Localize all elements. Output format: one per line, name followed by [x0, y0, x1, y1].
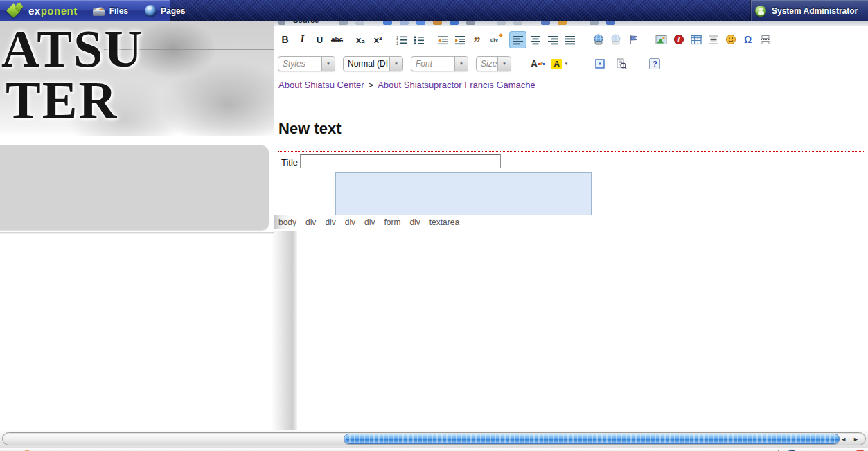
- bulleted-list-button[interactable]: [410, 31, 427, 48]
- elements-path-item[interactable]: form: [384, 218, 400, 227]
- exponent-diamond-icon: [7, 3, 24, 19]
- pages-menu-button[interactable]: Pages: [136, 0, 193, 21]
- copy-icon[interactable]: [400, 21, 409, 25]
- page-break-button[interactable]: [756, 31, 774, 48]
- chevron-down-icon[interactable]: ▼: [321, 57, 335, 71]
- user-avatar-icon: [755, 6, 766, 17]
- styles-dropdown[interactable]: Styles ▼: [278, 56, 335, 71]
- redo-icon[interactable]: [513, 21, 522, 25]
- elements-path-item[interactable]: div: [364, 218, 375, 227]
- superscript-button[interactable]: x²: [369, 31, 387, 48]
- exponent-logo[interactable]: exponent: [0, 0, 85, 21]
- about-help-button[interactable]: ?: [649, 58, 660, 69]
- find-icon[interactable]: [541, 21, 550, 25]
- align-left-button[interactable]: [509, 31, 526, 48]
- elements-path-item[interactable]: textarea: [429, 218, 459, 227]
- smiley-button[interactable]: [722, 31, 739, 48]
- indent-button[interactable]: [451, 31, 468, 48]
- numbered-list-icon: 123: [396, 35, 407, 45]
- underline-icon: U: [317, 35, 323, 45]
- select-all-icon[interactable]: [590, 21, 599, 25]
- scroll-left-arrow[interactable]: ◄: [840, 436, 847, 443]
- format-dropdown-value: Normal (DI: [344, 57, 389, 71]
- breadcrumb: About Shiatsu Center>About Shiatsupracto…: [278, 80, 535, 90]
- blockquote-button[interactable]: ”: [468, 31, 486, 48]
- panel-edge-shadow: [272, 231, 297, 431]
- align-right-button[interactable]: [544, 31, 561, 48]
- toolbar-brand-area: exponent Files Pages: [0, 0, 170, 21]
- editor-toolbar-row2: B I U abc x₂ x² 123 ” div f Ω: [276, 30, 774, 49]
- replace-icon[interactable]: [558, 21, 567, 25]
- paste-icon[interactable]: [416, 21, 425, 25]
- size-dropdown[interactable]: Size ▼: [476, 56, 511, 71]
- chevron-down-icon: ▼: [564, 62, 568, 66]
- source-icon[interactable]: [278, 21, 285, 25]
- special-character-button[interactable]: Ω: [739, 31, 756, 48]
- print-icon[interactable]: [466, 21, 475, 25]
- breadcrumb-link-francis-gamache[interactable]: About Shiatsupractor Francis Gamache: [378, 80, 535, 90]
- link-button[interactable]: [590, 31, 607, 48]
- numbered-list-button[interactable]: 123: [393, 31, 410, 48]
- anchor-flag-icon: [628, 34, 639, 45]
- cut-icon[interactable]: [383, 21, 392, 25]
- preview-icon[interactable]: [339, 21, 348, 25]
- chevron-down-icon[interactable]: ▼: [389, 57, 402, 71]
- source-button-label[interactable]: Source: [293, 21, 319, 24]
- italic-button[interactable]: I: [294, 31, 311, 48]
- text-color-icon: A: [531, 59, 538, 69]
- selected-textarea-element[interactable]: [335, 172, 592, 215]
- blockquote-icon: ”: [474, 39, 481, 46]
- banner-text-line2: TER: [6, 70, 118, 130]
- title-field-label: Title: [281, 157, 298, 168]
- browser-status-bar: ✎ ▼ Done YSlow: [0, 448, 868, 451]
- anchor-button[interactable]: [624, 31, 641, 48]
- user-menu-button[interactable]: System Administrator: [750, 0, 868, 21]
- show-blocks-button[interactable]: [614, 57, 628, 71]
- breadcrumb-link-shiatsu-center[interactable]: About Shiatsu Center: [278, 80, 364, 90]
- text-color-button[interactable]: A ▼: [531, 59, 544, 69]
- underline-button[interactable]: U: [311, 31, 328, 48]
- title-input[interactable]: [300, 154, 501, 168]
- paste-text-icon[interactable]: [433, 21, 442, 25]
- chevron-down-icon[interactable]: ▼: [497, 57, 511, 71]
- background-color-button[interactable]: A ▼: [551, 59, 568, 69]
- template-icon[interactable]: [355, 21, 364, 25]
- format-dropdown[interactable]: Normal (DI ▼: [343, 56, 403, 71]
- table-icon: [691, 35, 702, 45]
- undo-icon[interactable]: [497, 21, 506, 25]
- align-center-button[interactable]: [526, 31, 544, 48]
- editable-content-region[interactable]: Title: [278, 151, 865, 215]
- page-module-placeholder: [0, 145, 269, 229]
- elements-path-item[interactable]: div: [325, 218, 335, 227]
- elements-path-item[interactable]: body: [278, 218, 296, 227]
- elements-path-item[interactable]: div: [409, 218, 420, 227]
- justify-button[interactable]: [561, 31, 578, 48]
- svg-text:3: 3: [396, 42, 398, 45]
- div-container-button[interactable]: div: [486, 31, 503, 48]
- unlink-button[interactable]: [607, 31, 624, 48]
- files-label: Files: [109, 6, 128, 16]
- elements-path-item[interactable]: div: [305, 218, 316, 227]
- outdent-button[interactable]: [434, 31, 451, 48]
- maximize-button[interactable]: [593, 57, 607, 71]
- folder-icon: [93, 6, 105, 16]
- paste-word-icon[interactable]: [450, 21, 459, 25]
- scroll-right-arrow[interactable]: ►: [853, 436, 859, 443]
- bold-button[interactable]: B: [276, 31, 294, 48]
- elements-path-item[interactable]: div: [345, 218, 355, 227]
- files-menu-button[interactable]: Files: [85, 0, 136, 21]
- horizontal-scrollbar-track[interactable]: ◄ ►: [2, 432, 866, 445]
- horizontal-scrollbar-thumb[interactable]: [344, 434, 840, 444]
- outdent-icon: [437, 35, 448, 45]
- table-button[interactable]: [687, 31, 705, 48]
- chevron-down-icon[interactable]: ▼: [454, 57, 468, 71]
- horizontal-rule-button[interactable]: [705, 31, 722, 48]
- image-button[interactable]: [653, 31, 670, 48]
- remove-format-icon[interactable]: [606, 21, 615, 25]
- font-dropdown[interactable]: Font ▼: [411, 56, 468, 71]
- subscript-button[interactable]: x₂: [352, 31, 369, 48]
- page-divider: [0, 232, 274, 234]
- flash-button[interactable]: f: [670, 31, 687, 48]
- strikethrough-button[interactable]: abc: [328, 31, 346, 48]
- flash-icon: f: [673, 34, 684, 45]
